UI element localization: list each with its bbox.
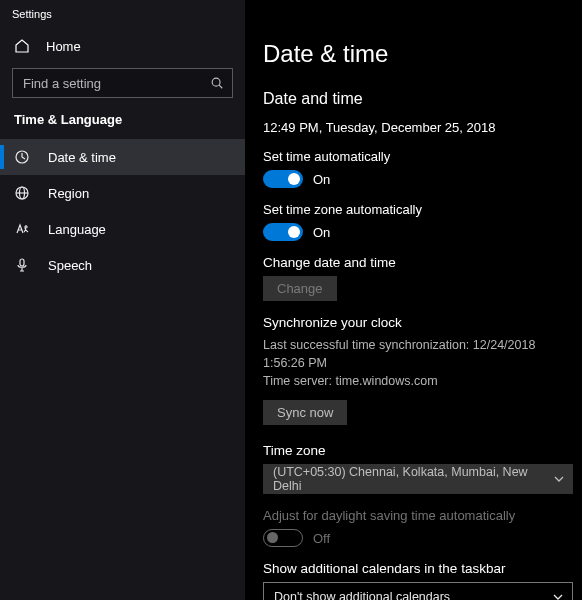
setting-label: Set time zone automatically [263,202,566,217]
section-heading-date-time: Date and time [263,90,566,108]
chevron-down-icon [552,591,564,600]
globe-icon [14,185,30,201]
setting-label: Adjust for daylight saving time automati… [263,508,566,523]
sidebar: Settings Home Time & Language Date & tim… [0,0,245,600]
sidebar-item-region[interactable]: Region [0,175,245,211]
sync-clock-section: Synchronize your clock Last successful t… [263,315,566,425]
language-icon [14,221,30,237]
setting-dst: Adjust for daylight saving time automati… [263,508,566,547]
sync-heading: Synchronize your clock [263,315,566,330]
page-title: Date & time [263,40,566,68]
sync-last-label: Last successful time synchronization: [263,338,469,352]
toggle-state: On [313,172,330,187]
sidebar-item-speech[interactable]: Speech [0,247,245,283]
app-title: Settings [0,0,245,28]
sidebar-item-label: Date & time [48,150,116,165]
calendars-select[interactable]: Don't show additional calendars [263,582,573,600]
microphone-icon [14,257,30,273]
chevron-down-icon [553,473,565,485]
toggle-dst [263,529,303,547]
search-box[interactable] [12,68,233,98]
sync-server-value: time.windows.com [335,374,437,388]
sync-now-button[interactable]: Sync now [263,400,347,425]
select-value: (UTC+05:30) Chennai, Kolkata, Mumbai, Ne… [273,465,545,493]
change-button[interactable]: Change [263,276,337,301]
main-content: Date & time Date and time 12:49 PM, Tues… [245,0,582,600]
timezone-select[interactable]: (UTC+05:30) Chennai, Kolkata, Mumbai, Ne… [263,464,573,494]
home-label: Home [46,39,81,54]
sidebar-item-label: Region [48,186,89,201]
sidebar-item-language[interactable]: Language [0,211,245,247]
current-datetime: 12:49 PM, Tuesday, December 25, 2018 [263,120,566,135]
clock-icon [14,149,30,165]
sync-server-label: Time server: [263,374,332,388]
sidebar-item-date-time[interactable]: Date & time [0,139,245,175]
toggle-set-time-auto[interactable] [263,170,303,188]
toggle-state: Off [313,531,330,546]
svg-point-0 [212,78,220,86]
setting-set-time-auto: Set time automatically On [263,149,566,188]
setting-set-tz-auto: Set time zone automatically On [263,202,566,241]
select-value: Don't show additional calendars [274,590,450,600]
setting-timezone: Time zone (UTC+05:30) Chennai, Kolkata, … [263,443,566,494]
setting-label: Time zone [263,443,566,458]
sidebar-section-title: Time & Language [0,112,245,139]
home-icon [14,38,30,54]
toggle-set-tz-auto[interactable] [263,223,303,241]
sidebar-menu: Date & time Region Language [0,139,245,283]
setting-additional-calendars: Show additional calendars in the taskbar… [263,561,566,600]
setting-label: Change date and time [263,255,566,270]
search-input[interactable] [13,69,232,97]
sidebar-item-label: Language [48,222,106,237]
toggle-state: On [313,225,330,240]
search-icon [210,76,224,90]
setting-change-date-time: Change date and time Change [263,255,566,301]
svg-line-1 [219,85,222,88]
svg-rect-6 [20,259,24,266]
setting-label: Set time automatically [263,149,566,164]
setting-label: Show additional calendars in the taskbar [263,561,566,576]
sidebar-item-label: Speech [48,258,92,273]
home-nav[interactable]: Home [0,28,245,64]
